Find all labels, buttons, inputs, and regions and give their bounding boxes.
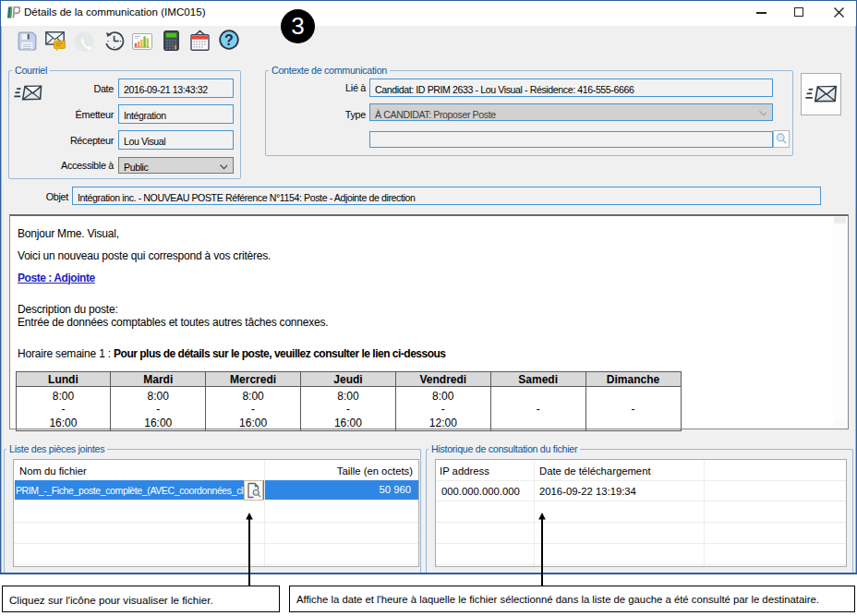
svg-text:?: ? (224, 32, 234, 48)
